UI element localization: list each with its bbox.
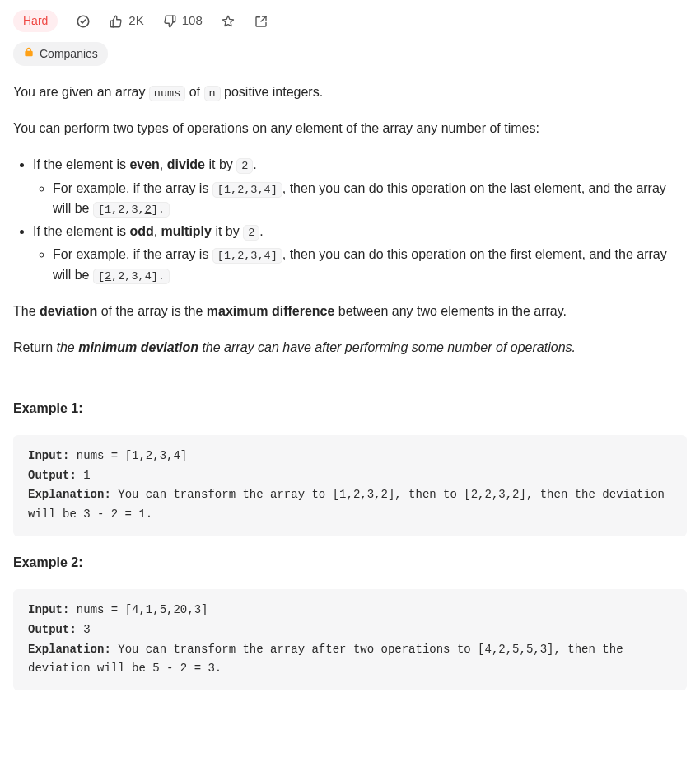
code-nums: nums bbox=[149, 86, 185, 101]
example-1-label: Example 1: bbox=[13, 399, 687, 419]
thumbs-down-icon bbox=[162, 14, 177, 29]
even-example: For example, if the array is [1,2,3,4], … bbox=[53, 179, 687, 219]
share-icon bbox=[254, 14, 268, 29]
dislikes-count: 108 bbox=[182, 12, 203, 30]
odd-rule: If the element is odd, multiply it by 2.… bbox=[33, 222, 687, 285]
deviation-def: The deviation of the array is the maximu… bbox=[13, 302, 687, 321]
thumbs-up-icon bbox=[109, 14, 124, 29]
code-n: n bbox=[204, 86, 221, 101]
ops-intro: You can perform two types of operations … bbox=[13, 119, 687, 138]
example-2-label: Example 2: bbox=[13, 553, 687, 573]
odd-example: For example, if the array is [1,2,3,4], … bbox=[53, 245, 687, 285]
ops-list: If the element is even, divide it by 2. … bbox=[13, 155, 687, 285]
companies-label: Companies bbox=[40, 45, 98, 63]
likes-button[interactable]: 2K bbox=[109, 12, 143, 30]
favorite-button[interactable] bbox=[221, 14, 236, 29]
intro-paragraph: You are given an array nums of n positiv… bbox=[13, 82, 687, 102]
difficulty-badge: Hard bbox=[13, 10, 58, 32]
example-2-block: Input: nums = [4,1,5,20,3] Output: 3 Exp… bbox=[13, 589, 687, 690]
lock-icon bbox=[23, 45, 35, 63]
problem-header: Hard 2K 108 bbox=[13, 10, 687, 32]
problem-description: You are given an array nums of n positiv… bbox=[13, 82, 687, 690]
dislikes-button[interactable]: 108 bbox=[162, 12, 203, 30]
companies-button[interactable]: Companies bbox=[13, 42, 108, 66]
return-statement: Return the minimum deviation the array c… bbox=[13, 338, 687, 358]
share-button[interactable] bbox=[254, 14, 268, 29]
solved-check-icon[interactable] bbox=[76, 14, 91, 29]
example-1-block: Input: nums = [1,2,3,4] Output: 1 Explan… bbox=[13, 435, 687, 536]
star-icon bbox=[221, 14, 236, 29]
even-rule: If the element is even, divide it by 2. … bbox=[33, 155, 687, 218]
likes-count: 2K bbox=[128, 12, 143, 30]
